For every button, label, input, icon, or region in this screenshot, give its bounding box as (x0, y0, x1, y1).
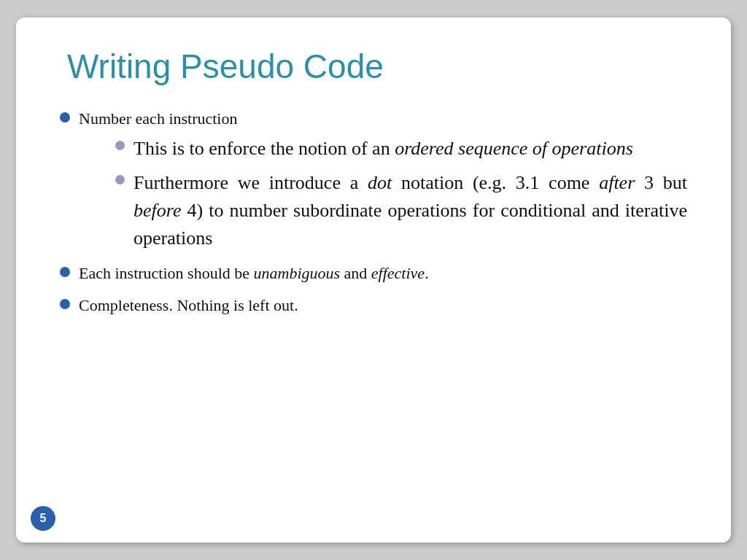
bullet-1: Number each instruction This is to enfor… (60, 108, 687, 252)
sub-bullet-dot-2 (115, 175, 125, 184)
sub-bullets-1: This is to enforce the notion of an orde… (79, 135, 687, 252)
sub-bullet-1-text: This is to enforce the notion of an orde… (133, 135, 687, 163)
slide: Writing Pseudo Code Number each instruct… (16, 18, 731, 542)
bullet-2: Each instruction should be unambiguous a… (60, 262, 687, 285)
bullet-1-text: Number each instruction This is to enfor… (79, 108, 687, 252)
sub-bullet-2: Furthermore we introduce a dot notation … (115, 169, 687, 252)
sub-bullet-dot-1 (115, 141, 125, 150)
bullet-3: Completeness. Nothing is left out. (60, 295, 687, 317)
bullet-dot-1 (60, 112, 70, 122)
bullet-3-text: Completeness. Nothing is left out. (79, 295, 298, 317)
bullet-2-text: Each instruction should be unambiguous a… (79, 262, 429, 285)
sub-bullet-1: This is to enforce the notion of an orde… (115, 135, 687, 163)
bullet-dot-3 (60, 299, 70, 309)
bullet-dot-2 (60, 267, 70, 277)
slide-content: Number each instruction This is to enfor… (60, 108, 687, 499)
page-number: 5 (31, 506, 55, 531)
slide-title: Writing Pseudo Code (67, 47, 687, 86)
sub-bullet-2-text: Furthermore we introduce a dot notation … (133, 169, 687, 252)
